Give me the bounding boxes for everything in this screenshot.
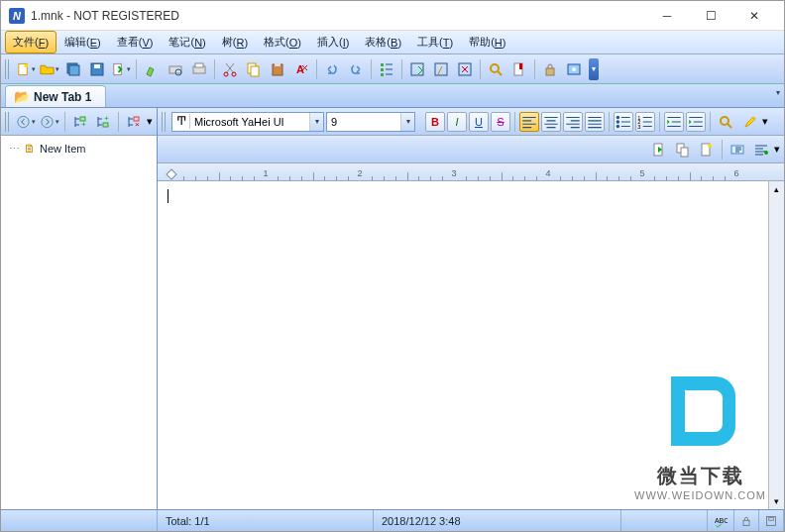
panel1-button[interactable] [406,58,428,80]
lock-button[interactable] [539,58,561,80]
extra3-button[interactable] [696,139,718,160]
menu-h[interactable]: 帮助(H) [461,31,513,53]
outdent-button[interactable] [664,112,684,132]
toolbar-handle[interactable] [5,59,11,79]
close-button[interactable]: ✕ [732,2,776,30]
tree-view[interactable]: ⋯ 🗎 New Item [1,136,157,509]
menu-b[interactable]: 表格(B) [357,31,409,53]
save-button[interactable] [86,58,108,80]
nav-back-button[interactable]: ▾ [15,111,37,133]
save-all-button[interactable] [62,58,84,80]
panel3-button[interactable] [454,58,476,80]
menu-r[interactable]: 树(R) [214,31,256,53]
settings-button[interactable] [563,58,585,80]
dropdown-icon[interactable]: ▾ [309,113,323,131]
tree-toolbar-overflow[interactable]: ▾ [147,115,153,128]
ruler-label: 2 [357,168,362,178]
bookmark-button[interactable] [508,58,530,80]
align-right-button[interactable] [563,112,583,132]
delete-node-button[interactable]: × [123,111,145,133]
toolbar-overflow-button[interactable]: ▾ [589,58,599,80]
status-spellcheck-icon[interactable]: ABC [708,510,734,531]
menu-n[interactable]: 笔记(N) [161,31,213,53]
clear-format-button[interactable]: A [290,58,312,80]
format-overflow-button[interactable]: ▾ [762,115,768,128]
statusbar: Total: 1/1 2018/12/12 3:48 ABC [1,509,784,531]
copy-button[interactable] [243,58,265,80]
menu-f[interactable]: 文件(F) [5,31,56,53]
align-left-button[interactable] [519,112,539,132]
add-child-button[interactable]: + [93,111,115,133]
minimize-button[interactable]: ─ [645,2,689,30]
ruler-indent-marker[interactable] [166,168,176,179]
scroll-up-button[interactable]: ▴ [769,181,784,197]
extra1-button[interactable] [648,139,670,160]
strike-button[interactable]: S [491,112,510,132]
number-list-button[interactable]: 123 [635,112,655,132]
nav-forward-button[interactable]: ▾ [39,111,60,133]
menu-v[interactable]: 查看(V) [109,31,162,53]
bullet-list-button[interactable] [614,112,633,132]
panel2-button[interactable] [430,58,452,80]
extra2-button[interactable] [672,139,694,160]
brush-button[interactable] [141,58,163,80]
align-center-button[interactable] [541,112,561,132]
format2-overflow-button[interactable]: ▾ [774,143,780,156]
separator [480,59,481,79]
paste-button[interactable] [267,58,288,80]
separator [316,59,317,79]
tab-new-tab-1[interactable]: 📂 New Tab 1 [5,85,106,107]
font-size-input[interactable] [327,116,400,128]
extra5-button[interactable] [750,139,772,160]
redo-button[interactable] [345,58,367,80]
tree-item[interactable]: ⋯ 🗎 New Item [5,140,153,158]
vertical-scrollbar[interactable]: ▴ ▾ [768,181,784,509]
print-button[interactable] [188,58,210,80]
highlight-button[interactable] [738,111,760,133]
tabs-dropdown-button[interactable]: ▾ [776,88,780,97]
main-split: ▾ ▾ + + × ▾ ⋯ 🗎 New Item Ͳ ▾ [1,108,784,509]
export-button[interactable]: ▾ [110,58,132,80]
toolbar-handle[interactable] [162,112,168,132]
status-lock-icon[interactable] [734,510,759,531]
font-size-select[interactable]: ▾ [326,112,415,132]
undo-button[interactable] [321,58,343,80]
svg-point-30 [18,116,29,127]
find-in-text-button[interactable] [715,111,736,133]
toolbar-handle[interactable] [5,112,11,132]
new-button[interactable]: ▾ [15,58,37,80]
add-sibling-button[interactable]: + [69,111,91,133]
svg-rect-27 [546,68,554,75]
align-justify-button[interactable] [585,112,605,132]
indent-button[interactable] [686,112,706,132]
bold-button[interactable]: B [425,112,445,132]
underline-button[interactable]: U [469,112,489,132]
separator [401,59,402,79]
italic-button[interactable]: I [447,112,467,132]
extra4-button[interactable] [727,139,748,160]
text-editor[interactable] [158,181,768,509]
menu-o[interactable]: 格式(O) [256,31,309,53]
menu-i[interactable]: 插入(I) [309,31,357,53]
separator [534,59,535,79]
status-save-icon[interactable] [759,510,784,531]
dropdown-icon[interactable]: ▾ [400,113,414,131]
font-family-select[interactable]: Ͳ ▾ [171,112,324,132]
find-button[interactable] [485,58,506,80]
open-button[interactable]: ▾ [39,58,60,80]
ruler[interactable]: 123456 [158,163,784,181]
svg-rect-10 [195,63,203,67]
print-preview-button[interactable] [165,58,186,80]
scroll-down-button[interactable]: ▾ [769,493,784,509]
separator [371,59,372,79]
menu-e[interactable]: 编辑(E) [56,31,109,53]
cut-button[interactable] [219,58,241,80]
status-cell-empty [1,510,158,531]
font-family-input[interactable] [190,116,309,128]
maximize-button[interactable]: ☐ [689,2,732,30]
svg-point-44 [721,117,729,125]
svg-text:×: × [135,120,140,129]
menu-t[interactable]: 工具(T) [409,31,461,53]
tree-toggle-button[interactable] [376,58,397,80]
svg-point-40 [617,124,619,127]
